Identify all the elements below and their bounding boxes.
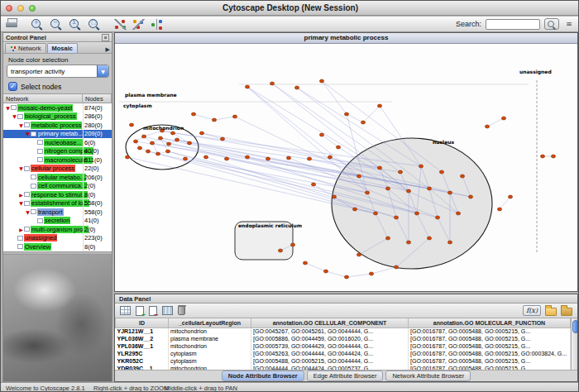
graph-node[interactable] xyxy=(501,117,505,120)
graph-node[interactable] xyxy=(224,157,228,160)
tree-row[interactable]: ▼transport558(0) xyxy=(3,208,112,217)
graph-node[interactable] xyxy=(323,270,328,273)
graph-node[interactable] xyxy=(266,157,270,160)
table-row[interactable]: YJR121W__1mitochondrion[GO:0045267, GO:0… xyxy=(116,327,571,335)
table-row[interactable]: YPL036W__1mitochondrion[GO:0005739, GO:0… xyxy=(116,342,571,350)
tree-row[interactable]: ▼biological_process286(0) xyxy=(3,112,112,122)
tree-row[interactable]: ▼primary metab...209(0) xyxy=(3,130,112,139)
table-column-header[interactable]: ID xyxy=(116,318,169,327)
table-cell[interactable]: YDR039C__1 xyxy=(116,365,169,370)
tree-expander-icon[interactable]: ▼ xyxy=(25,209,31,215)
tree-row[interactable]: nitrogen compo...40(0) xyxy=(3,147,112,156)
table-column-header[interactable]: annotation.GO CELLULAR_COMPONENT xyxy=(251,318,409,327)
graph-node[interactable] xyxy=(191,112,195,116)
graph-edge[interactable] xyxy=(487,118,504,127)
graph-node[interactable] xyxy=(460,174,464,178)
graph-node[interactable] xyxy=(439,170,443,174)
table-cell[interactable]: YJR121W__1 xyxy=(116,327,169,335)
graph-node[interactable] xyxy=(540,155,544,158)
graph-node[interactable] xyxy=(141,135,146,138)
tree-row[interactable]: ▶multi-organism pro...2(0) xyxy=(3,225,112,234)
printer-icon[interactable] xyxy=(6,18,18,30)
graph-node[interactable] xyxy=(311,183,315,186)
table-cell[interactable]: [GO:0016787, GO:0005488, GO:0005215, G..… xyxy=(409,335,571,342)
graph-node[interactable] xyxy=(369,272,373,275)
table-cell[interactable]: [GO:0045267, GO:0045261, GO:0044444, G..… xyxy=(251,327,409,335)
graph-node[interactable] xyxy=(419,165,423,168)
table-cell[interactable]: YPL036W__1 xyxy=(116,342,169,350)
graph-node[interactable] xyxy=(385,237,390,240)
tree-expander-icon[interactable]: ▼ xyxy=(18,165,24,171)
table-column-header[interactable]: _cellularLayoutRegion xyxy=(169,318,251,327)
graph-node[interactable] xyxy=(497,208,501,211)
tab-edge-attribute-browser[interactable]: Edge Attribute Browser xyxy=(307,370,384,381)
graph-node[interactable] xyxy=(232,115,237,118)
graph-node[interactable] xyxy=(170,131,175,135)
tab-mosaic[interactable]: Mosaic xyxy=(47,43,78,53)
graph-node[interactable] xyxy=(361,121,365,124)
graph-node[interactable] xyxy=(212,118,216,122)
tree-row[interactable]: secretion41(0) xyxy=(3,217,112,226)
tree-expander-icon[interactable]: ▼ xyxy=(18,200,24,206)
table-cell[interactable]: YPL036W__2 xyxy=(116,335,169,342)
tab-network[interactable]: Network xyxy=(5,43,46,53)
table-cell[interactable]: [GO:0016787, GO:0005488, GO:0005215, G..… xyxy=(409,365,571,370)
delete-attribute-icon[interactable] xyxy=(149,306,157,316)
graph-node[interactable] xyxy=(158,136,162,140)
column-header-nodes[interactable]: Nodes xyxy=(83,94,112,103)
table-scrollbar[interactable] xyxy=(571,318,577,370)
graph-node[interactable] xyxy=(270,82,274,85)
graph-node[interactable] xyxy=(146,150,150,153)
graph-node[interactable] xyxy=(137,146,141,150)
table-cell[interactable]: [GO:0016787, GO:0005488, GO:0005215, G..… xyxy=(409,342,571,350)
table-cell[interactable]: [GO:0005886, GO:0044459, GO:0016020, G..… xyxy=(251,335,409,342)
graph-node[interactable] xyxy=(365,191,369,194)
graph-node[interactable] xyxy=(133,140,137,143)
export-attributes-icon[interactable] xyxy=(561,308,572,316)
graph-node[interactable] xyxy=(336,146,340,149)
tab-overflow-icon[interactable]: ▶ xyxy=(106,46,110,53)
graph-node[interactable] xyxy=(286,156,290,160)
graph-node[interactable] xyxy=(187,141,191,145)
graph-node[interactable] xyxy=(406,189,410,193)
graph-node[interactable] xyxy=(414,212,419,215)
graph-node[interactable] xyxy=(385,187,390,190)
column-header-network[interactable]: Network xyxy=(3,94,83,103)
graph-node[interactable] xyxy=(352,208,356,211)
tab-node-attribute-browser[interactable]: Node Attribute Browser xyxy=(222,370,304,381)
table-cell[interactable]: mitochondrion xyxy=(169,342,251,350)
graph-edge[interactable] xyxy=(347,114,363,122)
scrollbar-thumb[interactable] xyxy=(572,320,577,333)
tree-row[interactable]: ▼establishment of lo...558(0) xyxy=(3,199,112,208)
graph-node[interactable] xyxy=(356,174,361,178)
zoom-fit-icon[interactable]: □ xyxy=(88,18,101,31)
network-canvas[interactable]: plasma membranecytoplasmmitochondrionnuc… xyxy=(115,44,577,291)
graph-edge[interactable] xyxy=(326,271,347,277)
zoom-in-icon[interactable]: + xyxy=(31,18,44,31)
graph-node[interactable] xyxy=(319,133,323,136)
graph-node[interactable] xyxy=(406,241,410,244)
tree-row[interactable]: cellular metabo...206(0) xyxy=(3,173,112,182)
table-cell[interactable]: [GO:0005739, GO:0044429, GO:0044444, G..… xyxy=(251,342,409,350)
graph-node[interactable] xyxy=(125,155,129,159)
tree-row[interactable]: ▼metabolic process280(0) xyxy=(3,121,112,130)
graph-node[interactable] xyxy=(245,155,249,159)
graph-node[interactable] xyxy=(328,155,332,159)
graph-node[interactable] xyxy=(356,253,361,256)
graph-node[interactable] xyxy=(165,150,170,153)
table-cell[interactable]: cytoplasm xyxy=(169,350,251,357)
formula-builder-button[interactable]: f(x) xyxy=(523,305,541,316)
table-cell[interactable]: [GO:0045263, GO:0044444, GO:0044424, G..… xyxy=(251,350,409,357)
tree-expander-icon[interactable]: ▶ xyxy=(18,192,24,198)
graph-node[interactable] xyxy=(373,212,377,215)
graph-node[interactable] xyxy=(435,216,439,219)
graph-node[interactable] xyxy=(245,85,249,88)
network-view-title[interactable]: primary metabolic process xyxy=(115,33,577,44)
graph-edge[interactable] xyxy=(194,114,214,120)
combobox-dropdown-icon[interactable]: ▼ xyxy=(97,65,108,77)
close-panel-icon[interactable]: × xyxy=(102,34,109,41)
graph-node[interactable] xyxy=(129,123,133,127)
graph-node[interactable] xyxy=(294,86,299,89)
graph-node[interactable] xyxy=(183,157,187,160)
graph-node[interactable] xyxy=(427,237,431,240)
